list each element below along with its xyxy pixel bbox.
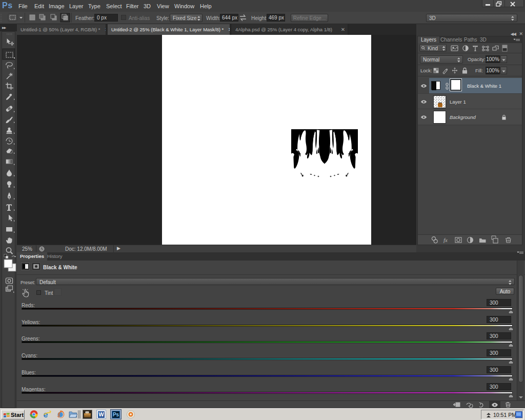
svg-text:fx: fx: [443, 237, 448, 243]
svg-text:Kind: Kind: [428, 46, 438, 51]
